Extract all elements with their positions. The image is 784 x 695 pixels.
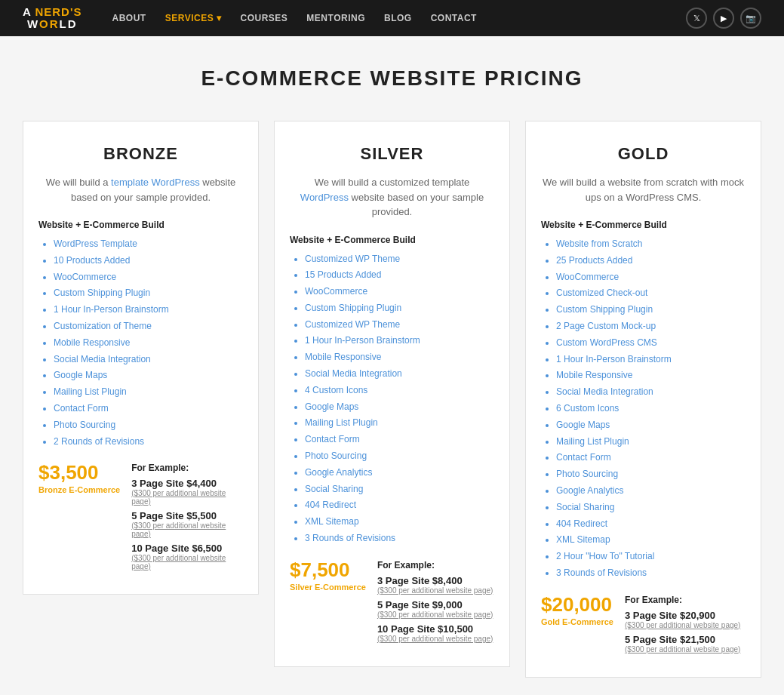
list-item: Customized WP Theme (305, 253, 494, 266)
gold-big-price: $20,000 (541, 595, 613, 614)
list-item: Mobile Responsive (305, 351, 494, 364)
bronze-card: BRONZE We will build a template WordPres… (23, 121, 259, 595)
page-title: E-COMMERCE WEBSITE PRICING (0, 36, 784, 106)
gold-example-2: 5 Page Site $21,500 ($300 per additional… (625, 634, 746, 653)
list-item: 3 Rounds of Revisions (305, 532, 494, 545)
silver-example-label: For Example: (377, 560, 494, 570)
silver-example-3: 10 Page Site $10,500 ($300 per additiona… (377, 623, 494, 643)
list-item: Custom Shipping Plugin (556, 303, 746, 316)
pricing-grid: BRONZE We will build a template WordPres… (0, 106, 784, 695)
silver-features: Customized WP Theme 15 Products Added Wo… (290, 253, 494, 545)
silver-card: SILVER We will build a customized templa… (274, 121, 510, 667)
list-item: Google Analytics (556, 484, 746, 497)
gold-desc: We will build a website from scratch wit… (541, 175, 746, 205)
nav-links: ABOUT SERVICES ▾ COURSES MENTORING BLOG … (112, 13, 686, 23)
list-item: Photo Sourcing (556, 468, 746, 481)
list-item: Social Sharing (556, 501, 746, 514)
list-item: 1 Hour In-Person Brainstorm (556, 353, 746, 366)
list-item: 4 Custom Icons (305, 384, 494, 397)
gold-title: GOLD (541, 144, 746, 164)
instagram-icon[interactable]: 📷 (740, 8, 761, 29)
bronze-price-block: $3,500 Bronze E-Commerce (38, 463, 120, 494)
nav-blog[interactable]: BLOG (384, 13, 412, 23)
list-item: 15 Products Added (305, 269, 494, 281)
list-item: Mobile Responsive (54, 337, 243, 349)
gold-examples: For Example: 3 Page Site $20,900 ($300 p… (625, 595, 746, 658)
gold-pricing: $20,000 Gold E-Commerce For Example: 3 P… (541, 595, 746, 658)
list-item: 2 Page Custom Mock-up (556, 320, 746, 333)
list-item: Social Media Integration (54, 353, 243, 366)
nav-contact[interactable]: CONTACT (431, 13, 477, 23)
youtube-icon[interactable]: ▶ (713, 8, 734, 29)
silver-example-1: 3 Page Site $8,400 ($300 per additional … (377, 575, 494, 595)
list-item: 2 Rounds of Revisions (54, 435, 243, 448)
gold-card: GOLD We will build a website from scratc… (525, 121, 761, 678)
gold-section-label: Website + E-Commerce Build (541, 220, 746, 230)
silver-section-label: Website + E-Commerce Build (290, 235, 494, 245)
silver-pricing: $7,500 Silver E-Commerce For Example: 3 … (290, 560, 494, 647)
silver-title: SILVER (290, 144, 494, 164)
silver-big-price: $7,500 (290, 560, 366, 580)
list-item: Photo Sourcing (54, 419, 243, 432)
navigation: A NERD'S WORLD ABOUT SERVICES ▾ COURSES … (0, 0, 784, 36)
twitter-icon[interactable]: 𝕏 (686, 8, 707, 29)
list-item: Mailing List Plugin (556, 435, 746, 448)
list-item: Mailing List Plugin (54, 386, 243, 398)
list-item: Social Sharing (305, 483, 494, 496)
bronze-examples: For Example: 3 Page Site $4,400 ($300 pe… (131, 463, 243, 575)
list-item: Google Maps (54, 369, 243, 382)
list-item: WordPress Template (54, 238, 243, 251)
list-item: 25 Products Added (556, 254, 746, 267)
silver-example-2: 5 Page Site $9,000 ($300 per additional … (377, 599, 494, 619)
list-item: 1 Hour In-Person Brainstorm (54, 303, 243, 316)
bronze-section-label: Website + E-Commerce Build (38, 220, 243, 230)
list-item: XML Sitemap (556, 534, 746, 546)
list-item: 404 Redirect (305, 499, 494, 512)
list-item: XML Sitemap (305, 515, 494, 528)
bronze-pricing: $3,500 Bronze E-Commerce For Example: 3 … (38, 463, 243, 575)
list-item: Customization of Theme (54, 320, 243, 333)
list-item: Mobile Responsive (556, 369, 746, 382)
nav-services[interactable]: SERVICES ▾ (165, 13, 222, 23)
logo-text: A NERD'S WORLD (23, 6, 82, 31)
list-item: WooCommerce (305, 285, 494, 298)
nav-social-icons: 𝕏 ▶ 📷 (686, 8, 761, 29)
silver-desc-link[interactable]: WordPress (300, 192, 349, 203)
list-item: Contact Form (305, 433, 494, 446)
logo[interactable]: A NERD'S WORLD (23, 6, 82, 31)
silver-price-label: Silver E-Commerce (290, 583, 366, 592)
nav-about[interactable]: ABOUT (112, 13, 146, 23)
list-item: 2 Hour "How To" Tutorial (556, 550, 746, 563)
gold-price-label: Gold E-Commerce (541, 617, 613, 626)
list-item: Google Maps (556, 419, 746, 432)
list-item: 404 Redirect (556, 518, 746, 530)
list-item: Contact Form (54, 402, 243, 415)
bronze-title: BRONZE (38, 144, 243, 164)
bronze-features: WordPress Template 10 Products Added Woo… (38, 238, 243, 447)
gold-example-1: 3 Page Site $20,900 ($300 per additional… (625, 610, 746, 629)
bronze-example-1: 3 Page Site $4,400 ($300 per additional … (131, 478, 243, 506)
list-item: Custom Shipping Plugin (305, 302, 494, 315)
list-item: WooCommerce (54, 271, 243, 284)
bronze-example-3: 10 Page Site $6,500 ($300 per additional… (131, 543, 243, 570)
silver-desc: We will build a customized template Word… (290, 175, 494, 220)
nav-mentoring[interactable]: MENTORING (306, 13, 365, 23)
bronze-desc-link[interactable]: template WordPress (111, 177, 200, 188)
list-item: Mailing List Plugin (305, 417, 494, 429)
bronze-big-price: $3,500 (38, 463, 120, 482)
list-item: Customized WP Theme (305, 318, 494, 331)
list-item: Website from Scratch (556, 238, 746, 251)
gold-features: Website from Scratch 25 Products Added W… (541, 238, 746, 580)
bronze-price-label: Bronze E-Commerce (38, 485, 120, 494)
silver-price-block: $7,500 Silver E-Commerce (290, 560, 366, 592)
list-item: 10 Products Added (54, 254, 243, 267)
list-item: Social Media Integration (305, 367, 494, 380)
silver-examples: For Example: 3 Page Site $8,400 ($300 pe… (377, 560, 494, 647)
nav-courses[interactable]: COURSES (241, 13, 288, 23)
list-item: Social Media Integration (556, 386, 746, 398)
list-item: Custom WordPress CMS (556, 337, 746, 349)
list-item: WooCommerce (556, 271, 746, 284)
bronze-example-label: For Example: (131, 463, 243, 473)
list-item: Photo Sourcing (305, 450, 494, 463)
list-item: 6 Custom Icons (556, 402, 746, 415)
